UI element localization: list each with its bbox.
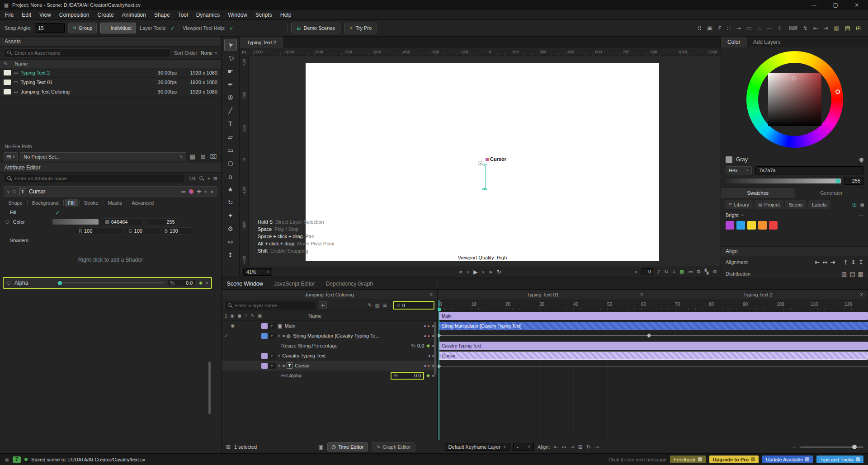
height-tool[interactable]: ↕ [224, 249, 237, 261]
zoom-select[interactable]: 41% ∨ [243, 268, 272, 276]
keyframe-diamond-icon[interactable]: ◆ [199, 281, 203, 285]
fill-check-icon[interactable]: ✓ [55, 210, 60, 216]
keyframe-track-resize-string[interactable] [438, 331, 868, 341]
prev-frame-icon[interactable]: ‹ [467, 269, 469, 275]
keyframe-diamond-icon[interactable]: ◆ [426, 373, 430, 378]
arrow-icon[interactable]: → [736, 25, 741, 31]
menu-help[interactable]: Help [276, 10, 296, 19]
enabled-check-icon[interactable]: ✓ [223, 333, 229, 338]
direct-select-tool[interactable]: ▷ [224, 52, 237, 64]
panel-alpha-handle[interactable] [835, 178, 840, 183]
refresh-icon[interactable]: ↻ [665, 269, 669, 274]
panel-alpha-value[interactable]: 255 [844, 177, 863, 185]
visibility-icon[interactable]: ◉ [231, 314, 235, 318]
loop-icon[interactable]: ↻ [497, 269, 501, 275]
alpha-slider-handle[interactable] [58, 281, 62, 285]
pencil-icon[interactable]: ✎ [368, 303, 372, 308]
menu-scripts[interactable]: Scripts [251, 10, 276, 19]
rotate-tool[interactable]: ↻ [224, 196, 237, 208]
chevron-down-icon[interactable]: ∨ [7, 190, 10, 194]
quality-icon[interactable]: ▦ [679, 269, 684, 274]
labels-button[interactable]: Labels [808, 200, 830, 209]
sparkle-tool[interactable]: ✦ [224, 209, 237, 221]
eyedropper-icon[interactable] [859, 157, 864, 163]
viewport-body[interactable]: 4503001500-150-300-450 Cursor Viewport Q… [240, 56, 721, 267]
track-bar-string-manipulator[interactable]: String Manipulator [Cavalry Typing Text] [439, 322, 868, 330]
rectangle-tool[interactable]: ▭ [224, 144, 237, 156]
shader-drop-area[interactable]: Right click to add a Shader [6, 245, 215, 274]
align-top-icon[interactable]: ↥ [843, 259, 848, 265]
selection-stem[interactable] [484, 165, 486, 189]
layer-tools-check-icon[interactable]: ✓ [170, 25, 175, 31]
columns-icon[interactable]: ▥ [375, 303, 379, 308]
grid-snap-icon[interactable]: ⌗ [673, 269, 675, 274]
keyframe-layer-select[interactable]: Default Keyframe Layer ∨ [445, 443, 509, 451]
screen-icon[interactable]: ▭ [688, 269, 693, 274]
layer-search-input[interactable] [235, 303, 313, 308]
keyframe-circle-icon[interactable]: ○ [7, 281, 11, 285]
next-message-hint[interactable]: Click to see next message [609, 457, 666, 462]
selection-handle[interactable] [482, 188, 487, 190]
playhead-handle[interactable] [438, 308, 441, 311]
maximize-icon[interactable]: ▢ [833, 2, 838, 8]
chevron-down-icon[interactable]: ∨ [278, 354, 281, 358]
attribute-scrollbar[interactable] [208, 362, 211, 414]
timeline-tab-typing2[interactable]: Typing Text 2 × [648, 290, 868, 300]
align-left-icon[interactable]: ⇤ [554, 444, 558, 450]
target-icon[interactable]: ⌖ [208, 176, 210, 181]
sort-order-dropdown[interactable]: None ∨ [201, 50, 217, 56]
menu-window[interactable]: Window [224, 10, 251, 19]
polygon-tool[interactable]: ⌂ [224, 170, 237, 182]
hue-wheel[interactable] [746, 51, 843, 148]
next-frame-icon[interactable]: › [482, 269, 485, 275]
upgrade-to-pro-button[interactable]: Upgrade to Pro [709, 456, 759, 463]
library-button[interactable]: ≣ Library [725, 200, 753, 209]
menu-animation[interactable]: Animation [118, 10, 150, 19]
prev-keyframe-icon[interactable]: ◂ [424, 364, 426, 368]
pen-tool[interactable]: ✒ [224, 78, 237, 90]
alpha-slider[interactable] [57, 280, 164, 286]
rows-icon[interactable]: ▤ [845, 25, 850, 31]
snap-angle-input[interactable] [35, 23, 65, 33]
columns-icon[interactable]: ▥ [834, 25, 840, 31]
menu-tool[interactable]: Tool [174, 10, 192, 19]
grid-icon[interactable]: ⊞ [856, 25, 861, 31]
message-count-badge[interactable]: 7 [13, 456, 21, 463]
viewport-tab[interactable]: Typing Text 2 [240, 37, 284, 48]
track-bar-cavalry-typing-text[interactable]: Cavalry Typing Text [439, 342, 868, 350]
blue-field[interactable]: B 100 [162, 227, 193, 235]
align-right-icon[interactable]: ⇥ [830, 259, 835, 265]
close-icon[interactable]: × [640, 292, 644, 297]
close-icon[interactable]: × [860, 292, 863, 297]
open-folder-icon[interactable]: ▤ [189, 154, 197, 160]
align-left-icon[interactable]: ⇤ [815, 259, 820, 265]
tab-add-layers[interactable]: Add Layers [747, 37, 787, 47]
tab-shape[interactable]: Shape [5, 199, 26, 207]
layer-color-chip[interactable] [261, 323, 268, 329]
timeline-zoom-slider[interactable] [800, 444, 863, 450]
tab-masks[interactable]: Masks [104, 199, 126, 207]
next-keyframe-icon[interactable]: ▸ [428, 364, 430, 368]
distribute-h-icon[interactable]: ▥ [841, 271, 847, 277]
grid-icon[interactable]: ⊞ [578, 444, 583, 450]
chevron-down-icon[interactable]: ∨ [278, 334, 281, 338]
cursor-layer-label[interactable]: Cursor [486, 156, 506, 162]
clip-chip-icon[interactable]: ▸ [269, 333, 276, 339]
layer-row-cursor[interactable]: ▸ ∨ T Cursor ◂ ▸ [222, 361, 437, 371]
keyboard-icon[interactable]: ⌨ [789, 25, 797, 31]
dots-icon[interactable]: ∷ [727, 25, 731, 31]
ellipsis-icon[interactable]: ⋯ [767, 25, 773, 31]
green-field[interactable]: G 100 [126, 227, 159, 235]
visibility-icon[interactable]: ◉ [230, 324, 236, 328]
prev-keyframe-icon[interactable]: ◂ [424, 324, 426, 328]
star-tool[interactable]: ★ [224, 183, 237, 195]
line-tool[interactable]: ╱ [224, 104, 237, 117]
red-field[interactable]: R 100 [76, 227, 123, 235]
clip-chip-icon[interactable]: ▸ [269, 323, 276, 329]
lasso-icon[interactable]: ↯ [803, 25, 808, 31]
composition-canvas[interactable]: Cursor Viewport Quality: High [306, 63, 659, 261]
swatch-blue[interactable] [736, 221, 745, 230]
layer-color-icon[interactable] [189, 189, 193, 194]
scatter-icon[interactable]: ∴ [758, 25, 761, 31]
clip-chip-icon[interactable]: ▸ [269, 363, 276, 369]
